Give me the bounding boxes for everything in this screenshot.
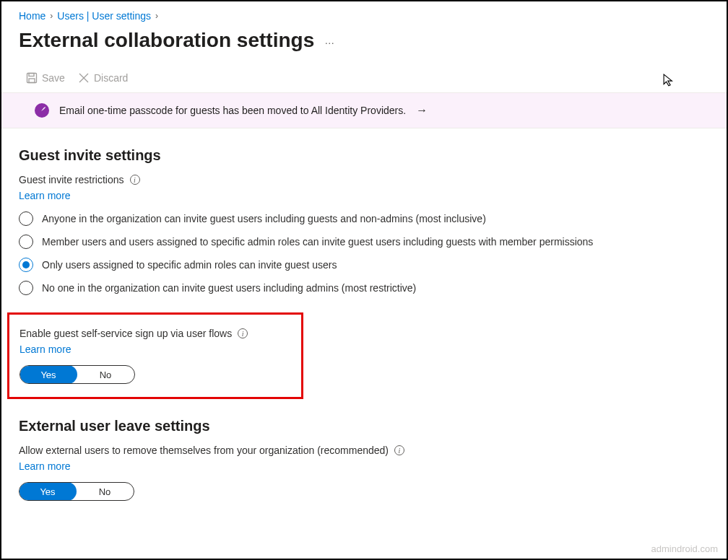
watermark: admindroid.com [651,543,719,554]
save-label: Save [42,72,65,84]
learn-more-link[interactable]: Learn more [19,190,71,201]
radio-option-member-users[interactable]: Member users and users assigned to speci… [19,235,709,249]
info-icon[interactable]: i [130,175,140,185]
toggle-no[interactable]: No [76,483,134,500]
radio-option-anyone[interactable]: Anyone in the organization can invite gu… [19,211,709,226]
breadcrumb: Home › Users | User settings › [19,10,709,22]
discard-button[interactable]: Discard [78,72,128,84]
svg-rect-1 [29,74,34,76]
radio-icon [19,235,33,249]
rocket-icon [35,103,49,118]
learn-more-link[interactable]: Learn more [20,344,72,355]
chevron-right-icon: › [155,11,158,21]
cursor-icon [663,74,676,87]
radio-label: Anyone in the organization can invite gu… [42,213,486,224]
toggle-yes[interactable]: Yes [19,482,77,501]
leave-settings-label: Allow external users to remove themselve… [19,445,389,456]
page-title-text: External collaboration settings [19,29,314,52]
info-icon[interactable]: i [238,328,248,338]
radio-label: Member users and users assigned to speci… [42,236,593,248]
radio-label: No one in the organization can invite gu… [42,282,416,294]
save-icon [26,72,38,84]
leave-settings-section: External user leave settings Allow exter… [19,418,709,501]
radio-label: Only users assigned to specific admin ro… [42,259,337,271]
chevron-right-icon: › [50,11,53,21]
close-icon [78,72,90,84]
radio-option-admin-roles[interactable]: Only users assigned to specific admin ro… [19,258,709,272]
info-icon[interactable]: i [394,445,404,455]
arrow-right-icon[interactable]: → [416,104,428,117]
leave-settings-heading: External user leave settings [19,418,709,434]
leave-settings-toggle[interactable]: Yes No [19,482,134,501]
guest-invite-section: Guest invite settings Guest invite restr… [19,147,709,295]
svg-rect-2 [29,79,35,83]
guest-invite-radio-group: Anyone in the organization can invite gu… [19,211,709,295]
save-button[interactable]: Save [26,72,65,84]
discard-label: Discard [94,72,128,84]
guest-invite-heading: Guest invite settings [19,147,709,164]
toggle-yes[interactable]: Yes [20,365,77,384]
guest-invite-restrictions-label: Guest invite restrictions [19,174,124,185]
page-title: External collaboration settings … [19,29,709,52]
toolbar: Save Discard [1,56,727,93]
toggle-no[interactable]: No [77,366,134,383]
self-service-toggle[interactable]: Yes No [20,365,135,384]
more-actions-button[interactable]: … [324,35,336,46]
breadcrumb-users[interactable]: Users | User settings [57,10,151,22]
self-service-label: Enable guest self-service sign up via us… [20,328,232,339]
radio-icon [19,211,33,226]
info-banner: Email one-time passcode for guests has b… [1,93,727,128]
self-service-highlight: Enable guest self-service sign up via us… [7,312,303,399]
radio-icon [19,258,33,272]
learn-more-link[interactable]: Learn more [19,460,71,472]
breadcrumb-home[interactable]: Home [19,10,46,22]
radio-icon [19,281,33,295]
banner-message: Email one-time passcode for guests has b… [59,105,406,116]
radio-option-no-one[interactable]: No one in the organization can invite gu… [19,281,709,295]
